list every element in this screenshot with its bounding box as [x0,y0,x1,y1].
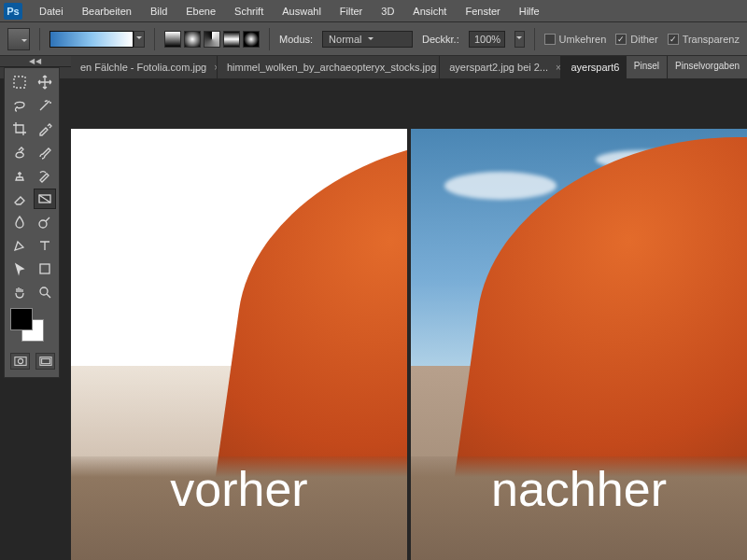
svg-rect-3 [40,264,49,273]
panel-tab-pinsel[interactable]: Pinsel [626,56,667,78]
dither-checkbox[interactable]: ✓ Dither [615,34,657,45]
separator [534,28,535,50]
menu-bild[interactable]: Bild [141,0,176,22]
close-icon[interactable]: × [556,63,561,73]
tab-document-active[interactable]: ayerspart6 [561,56,625,78]
hand-tool[interactable] [8,282,31,302]
move-tool[interactable] [34,72,56,92]
svg-point-2 [39,220,47,228]
gradient-preview-group [49,31,145,48]
path-selection-tool[interactable] [8,259,31,279]
gradient-radial-button[interactable] [184,31,201,48]
image-before: vorher [71,129,407,560]
umkehren-label: Umkehren [559,34,607,45]
tab-label: ayerspart6 [571,62,619,73]
gradient-reflected-button[interactable] [223,31,240,48]
menu-ansicht[interactable]: Ansicht [403,0,456,22]
tool-preset-dropdown[interactable] [7,28,30,50]
rock-shape [215,137,407,483]
opacity-dropdown-icon[interactable] [514,31,525,48]
caption-before: vorher [71,461,407,517]
svg-rect-8 [41,358,49,363]
healing-brush-tool[interactable] [8,142,31,162]
cloud-shape [444,172,557,200]
marquee-tool[interactable] [8,72,31,92]
panel-tab-pinselvorgaben[interactable]: Pinselvorgaben [667,56,747,78]
dither-label: Dither [630,34,657,45]
menu-bearbeiten[interactable]: Bearbeiten [73,0,141,22]
separator [39,28,40,50]
lasso-tool[interactable] [8,95,31,116]
menu-bar: Ps Datei Bearbeiten Bild Ebene Schrift A… [0,0,747,22]
blur-tool[interactable] [8,212,31,232]
crop-tool[interactable] [8,119,31,139]
magic-wand-tool[interactable] [34,95,56,116]
tab-document[interactable]: himmel_wolken_by_archaeopteryx_stocks.jp… [218,56,440,78]
gradient-tool[interactable] [34,189,56,209]
menu-hilfe[interactable]: Hilfe [510,0,549,22]
menu-schrift[interactable]: Schrift [225,0,273,22]
screen-mode-button[interactable] [35,353,55,370]
menu-filter[interactable]: Filter [331,0,372,22]
checkbox-icon: ✓ [615,34,627,45]
svg-point-6 [18,358,22,363]
eraser-tool[interactable] [8,189,31,209]
gradient-diamond-button[interactable] [243,31,260,48]
menu-auswahl[interactable]: Auswahl [273,0,331,22]
tab-document[interactable]: ayerspart2.jpg bei 2... × [440,56,561,78]
separator [269,28,270,50]
opacity-label: Deckkr.: [422,34,459,45]
menu-3d[interactable]: 3D [372,0,403,22]
image-after: nachher [411,129,747,560]
options-bar: Modus: Normal Deckkr.: 100% Umkehren ✓ D… [0,22,747,56]
modus-value: Normal [329,34,361,45]
dock-collapse-button[interactable]: ◀◀ [0,56,71,67]
gradient-angle-button[interactable] [204,31,220,48]
tab-label: ayerspart2.jpg bei 2... [449,62,548,73]
brush-tool[interactable] [34,142,56,162]
zoom-tool[interactable] [34,282,56,302]
clone-stamp-tool[interactable] [8,165,31,186]
menu-fenster[interactable]: Fenster [456,0,509,22]
svg-rect-0 [14,77,25,88]
chevron-down-icon [368,37,374,43]
modus-dropdown[interactable]: Normal [322,31,413,48]
pen-tool[interactable] [8,235,31,256]
checkbox-icon [544,34,556,45]
app-logo[interactable]: Ps [4,3,22,20]
canvas-area: vorher nachher [71,78,747,560]
tab-document[interactable]: en Fälchle - Fotolia.com.jpg × [71,56,218,78]
eyedropper-tool[interactable] [34,119,56,139]
gradient-type-buttons [164,31,260,48]
foreground-color-swatch[interactable] [10,308,33,330]
gradient-preview[interactable] [49,31,134,48]
transparenz-label: Transparenz [683,34,740,45]
tab-label: en Fälchle - Fotolia.com.jpg [80,62,206,73]
modus-label: Modus: [279,34,313,45]
tab-label: himmel_wolken_by_archaeopteryx_stocks.jp… [227,62,436,73]
menu-datei[interactable]: Datei [30,0,73,22]
svg-point-4 [40,287,48,295]
shape-tool[interactable] [34,259,56,279]
umkehren-checkbox[interactable]: Umkehren [544,34,607,45]
dodge-tool[interactable] [34,212,56,232]
history-brush-tool[interactable] [34,165,56,186]
tools-panel [4,67,60,378]
collapse-icon: ◀◀ [29,57,42,65]
document-tab-bar: en Fälchle - Fotolia.com.jpg × himmel_wo… [0,56,747,78]
gradient-linear-button[interactable] [164,31,181,48]
transparenz-checkbox[interactable]: ✓ Transparenz [668,34,740,45]
gradient-dropdown-icon[interactable] [134,31,145,48]
opacity-input[interactable]: 100% [469,31,505,48]
caption-after: nachher [411,461,747,517]
opacity-value: 100% [474,34,500,45]
right-panel-tabs: Pinsel Pinselvorgaben [626,56,747,78]
quick-mask-button[interactable] [10,353,30,370]
color-swatches[interactable] [10,308,55,349]
checkbox-icon: ✓ [668,34,679,45]
type-tool[interactable] [34,235,56,256]
separator [154,28,155,50]
menu-ebene[interactable]: Ebene [176,0,225,22]
